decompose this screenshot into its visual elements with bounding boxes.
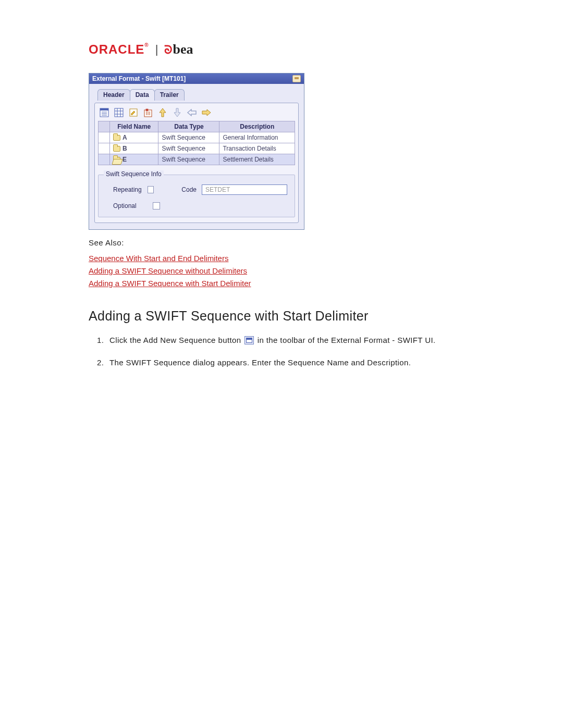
section-heading: Adding a SWIFT Sequence with Start Delim…: [89, 309, 474, 324]
data-frame: Field Name Data Type Description A Swift…: [94, 103, 299, 223]
delete-button[interactable]: [143, 107, 153, 118]
see-also-heading: See Also:: [89, 238, 474, 247]
move-right-button[interactable]: [201, 107, 212, 118]
link-seq-start-end[interactable]: Sequence With Start and End Delimiters: [89, 254, 228, 263]
code-input[interactable]: [202, 184, 287, 195]
swift-sequence-info: Swift Sequence Info Repeating Code Optio…: [98, 175, 295, 217]
panel-titlebar: External Format - Swift [MT101]: [89, 73, 304, 84]
bea-logo: ᘐbea: [164, 42, 193, 57]
tab-trailer[interactable]: Trailer: [154, 89, 185, 101]
tab-header[interactable]: Header: [97, 89, 130, 101]
table-row[interactable]: B Swift Sequence Transaction Details: [99, 143, 295, 154]
see-also-links: Sequence With Start and End Delimiters A…: [89, 252, 474, 290]
folder-closed-icon: [113, 135, 120, 141]
col-fieldname: Field Name: [110, 121, 158, 132]
col-expand: [99, 121, 110, 132]
move-down-button[interactable]: [172, 107, 182, 118]
code-label: Code: [181, 186, 197, 193]
oracle-logo: ORACLE®: [89, 42, 149, 57]
table-row[interactable]: A Swift Sequence General Information: [99, 132, 295, 143]
add-field-button[interactable]: [114, 107, 124, 118]
table-row[interactable]: E Swift Sequence Settlement Details: [99, 154, 295, 165]
external-format-panel: External Format - Swift [MT101] Header D…: [89, 73, 304, 230]
tab-strip: Header Data Trailer: [94, 89, 299, 101]
optional-label: Optional: [106, 202, 148, 209]
edit-button[interactable]: [128, 107, 139, 118]
move-up-button[interactable]: [157, 107, 168, 118]
link-add-without-delim[interactable]: Adding a SWIFT Sequence without Delimite…: [89, 266, 247, 275]
toolbar: [98, 106, 295, 121]
steps-list: Click the Add New Sequence button in the…: [89, 334, 474, 369]
move-left-button[interactable]: [187, 107, 197, 118]
step-1: Click the Add New Sequence button in the…: [106, 334, 474, 346]
svg-rect-5: [115, 108, 123, 117]
col-datatype: Data Type: [158, 121, 219, 132]
logo-separator: |: [155, 43, 158, 56]
mail-icon[interactable]: [292, 75, 301, 82]
link-add-with-start-delim[interactable]: Adding a SWIFT Sequence with Start Delim…: [89, 279, 251, 288]
optional-checkbox[interactable]: [153, 202, 160, 209]
folder-closed-icon: [113, 146, 120, 152]
repeating-label: Repeating: [106, 186, 142, 193]
repeating-checkbox[interactable]: [148, 186, 154, 193]
col-description: Description: [219, 121, 295, 132]
svg-rect-1: [100, 108, 108, 110]
folder-open-icon: [113, 157, 120, 163]
add-sequence-button[interactable]: [99, 107, 109, 118]
logo-row: ORACLE® | ᘐbea: [89, 42, 474, 57]
tab-data[interactable]: Data: [130, 89, 155, 101]
panel-title-text: External Format - Swift [MT101]: [92, 75, 186, 82]
step-2: The SWIFT Sequence dialog appears. Enter…: [106, 356, 474, 368]
fields-table: Field Name Data Type Description A Swift…: [98, 121, 295, 165]
seq-info-legend: Swift Sequence Info: [104, 170, 164, 178]
add-sequence-icon: [244, 336, 254, 344]
